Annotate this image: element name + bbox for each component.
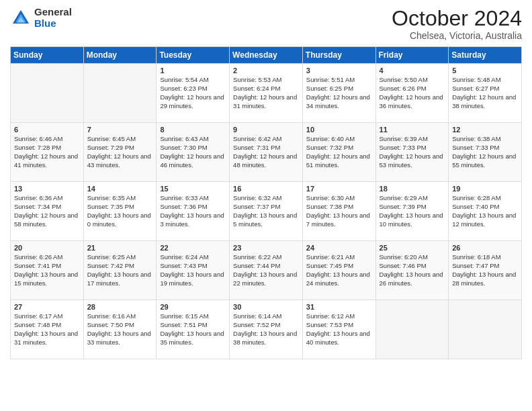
table-row: 4Sunrise: 5:50 AMSunset: 6:26 PMDaylight… (375, 64, 449, 123)
table-row: 3Sunrise: 5:51 AMSunset: 6:25 PMDaylight… (302, 64, 375, 123)
col-wednesday: Wednesday (230, 47, 303, 64)
cell-info: Sunrise: 6:25 AMSunset: 7:42 PMDaylight:… (87, 253, 153, 287)
cell-info: Sunrise: 6:35 AMSunset: 7:35 PMDaylight:… (87, 194, 153, 228)
table-row (375, 300, 449, 359)
day-number: 17 (306, 185, 372, 193)
table-row: 21Sunrise: 6:25 AMSunset: 7:42 PMDayligh… (83, 241, 157, 300)
day-number: 8 (160, 126, 226, 134)
table-row: 17Sunrise: 6:30 AMSunset: 7:38 PMDayligh… (302, 182, 375, 241)
table-row: 22Sunrise: 6:24 AMSunset: 7:43 PMDayligh… (157, 241, 230, 300)
table-row: 31Sunrise: 6:12 AMSunset: 7:53 PMDayligh… (302, 300, 375, 359)
cell-info: Sunrise: 6:24 AMSunset: 7:43 PMDaylight:… (160, 253, 226, 287)
day-number: 13 (14, 185, 80, 193)
table-row: 15Sunrise: 6:33 AMSunset: 7:36 PMDayligh… (157, 182, 230, 241)
table-row: 29Sunrise: 6:15 AMSunset: 7:51 PMDayligh… (157, 300, 230, 359)
table-row: 30Sunrise: 6:14 AMSunset: 7:52 PMDayligh… (230, 300, 303, 359)
table-row: 1Sunrise: 5:54 AMSunset: 6:23 PMDaylight… (157, 64, 230, 123)
day-number: 23 (233, 244, 299, 252)
table-row: 9Sunrise: 6:42 AMSunset: 7:31 PMDaylight… (230, 123, 303, 182)
cell-info: Sunrise: 6:30 AMSunset: 7:38 PMDaylight:… (306, 194, 372, 228)
logo-general-label: General (34, 7, 72, 18)
cell-info: Sunrise: 6:29 AMSunset: 7:39 PMDaylight:… (380, 194, 445, 228)
day-number: 21 (87, 244, 153, 252)
table-row: 16Sunrise: 6:32 AMSunset: 7:37 PMDayligh… (230, 182, 303, 241)
calendar-week-row: 1Sunrise: 5:54 AMSunset: 6:23 PMDaylight… (11, 64, 522, 123)
cell-info: Sunrise: 6:15 AMSunset: 7:51 PMDaylight:… (160, 312, 226, 347)
table-row: 10Sunrise: 6:40 AMSunset: 7:32 PMDayligh… (302, 123, 375, 182)
table-row: 8Sunrise: 6:43 AMSunset: 7:30 PMDaylight… (157, 123, 230, 182)
cell-info: Sunrise: 6:40 AMSunset: 7:32 PMDaylight:… (306, 135, 372, 169)
logo-text: General Blue (34, 7, 72, 29)
cell-info: Sunrise: 6:43 AMSunset: 7:30 PMDaylight:… (160, 135, 226, 169)
cell-info: Sunrise: 6:45 AMSunset: 7:29 PMDaylight:… (87, 135, 153, 169)
day-number: 10 (306, 126, 372, 134)
calendar-week-row: 13Sunrise: 6:36 AMSunset: 7:34 PMDayligh… (11, 182, 522, 241)
day-number: 25 (380, 244, 445, 252)
cell-info: Sunrise: 6:12 AMSunset: 7:53 PMDaylight:… (306, 312, 372, 347)
table-row (11, 64, 84, 123)
day-number: 27 (14, 303, 80, 311)
cell-info: Sunrise: 5:54 AMSunset: 6:23 PMDaylight:… (160, 76, 226, 110)
title-block: October 2024 Chelsea, Victoria, Australi… (392, 7, 522, 41)
logo-icon (10, 7, 32, 29)
logo: General Blue (10, 7, 72, 29)
table-row: 25Sunrise: 6:20 AMSunset: 7:46 PMDayligh… (375, 241, 449, 300)
col-thursday: Thursday (302, 47, 375, 64)
calendar-table: Sunday Monday Tuesday Wednesday Thursday… (10, 46, 522, 359)
table-row: 2Sunrise: 5:53 AMSunset: 6:24 PMDaylight… (230, 64, 303, 123)
calendar-header-row: Sunday Monday Tuesday Wednesday Thursday… (11, 47, 522, 64)
cell-info: Sunrise: 6:20 AMSunset: 7:46 PMDaylight:… (380, 253, 445, 287)
calendar-week-row: 6Sunrise: 6:46 AMSunset: 7:28 PMDaylight… (11, 123, 522, 182)
day-number: 16 (233, 185, 299, 193)
col-friday: Friday (375, 47, 449, 64)
calendar-week-row: 27Sunrise: 6:17 AMSunset: 7:48 PMDayligh… (11, 300, 522, 359)
day-number: 3 (306, 66, 372, 75)
cell-info: Sunrise: 6:46 AMSunset: 7:28 PMDaylight:… (14, 135, 80, 169)
day-number: 2 (233, 66, 299, 75)
table-row: 14Sunrise: 6:35 AMSunset: 7:35 PMDayligh… (83, 182, 157, 241)
table-row: 18Sunrise: 6:29 AMSunset: 7:39 PMDayligh… (375, 182, 449, 241)
month-title: October 2024 (392, 7, 522, 30)
cell-info: Sunrise: 6:16 AMSunset: 7:50 PMDaylight:… (87, 312, 153, 347)
day-number: 1 (160, 66, 226, 75)
day-number: 14 (87, 185, 153, 193)
day-number: 18 (380, 185, 445, 193)
table-row: 12Sunrise: 6:38 AMSunset: 7:33 PMDayligh… (449, 123, 522, 182)
cell-info: Sunrise: 6:32 AMSunset: 7:37 PMDaylight:… (233, 194, 299, 228)
table-row (83, 64, 157, 123)
cell-info: Sunrise: 6:18 AMSunset: 7:47 PMDaylight:… (452, 253, 518, 287)
table-row: 11Sunrise: 6:39 AMSunset: 7:33 PMDayligh… (375, 123, 449, 182)
table-row (449, 300, 522, 359)
day-number: 29 (160, 303, 226, 311)
table-row: 20Sunrise: 6:26 AMSunset: 7:41 PMDayligh… (11, 241, 84, 300)
table-row: 19Sunrise: 6:28 AMSunset: 7:40 PMDayligh… (449, 182, 522, 241)
day-number: 28 (87, 303, 153, 311)
table-row: 23Sunrise: 6:22 AMSunset: 7:44 PMDayligh… (230, 241, 303, 300)
cell-info: Sunrise: 6:26 AMSunset: 7:41 PMDaylight:… (14, 253, 80, 287)
cell-info: Sunrise: 6:22 AMSunset: 7:44 PMDaylight:… (233, 253, 299, 287)
day-number: 11 (380, 126, 445, 134)
cell-info: Sunrise: 6:28 AMSunset: 7:40 PMDaylight:… (452, 194, 518, 228)
day-number: 19 (452, 185, 518, 193)
day-number: 20 (14, 244, 80, 252)
header: General Blue October 2024 Chelsea, Victo… (10, 7, 522, 41)
day-number: 22 (160, 244, 226, 252)
table-row: 5Sunrise: 5:48 AMSunset: 6:27 PMDaylight… (449, 64, 522, 123)
cell-info: Sunrise: 5:53 AMSunset: 6:24 PMDaylight:… (233, 76, 299, 110)
cell-info: Sunrise: 5:50 AMSunset: 6:26 PMDaylight:… (380, 76, 445, 110)
day-number: 6 (14, 126, 80, 134)
col-saturday: Saturday (449, 47, 522, 64)
table-row: 27Sunrise: 6:17 AMSunset: 7:48 PMDayligh… (11, 300, 84, 359)
table-row: 7Sunrise: 6:45 AMSunset: 7:29 PMDaylight… (83, 123, 157, 182)
col-sunday: Sunday (11, 47, 84, 64)
table-row: 28Sunrise: 6:16 AMSunset: 7:50 PMDayligh… (83, 300, 157, 359)
cell-info: Sunrise: 6:39 AMSunset: 7:33 PMDaylight:… (380, 135, 445, 169)
cell-info: Sunrise: 6:14 AMSunset: 7:52 PMDaylight:… (233, 312, 299, 347)
day-number: 30 (233, 303, 299, 311)
cell-info: Sunrise: 6:38 AMSunset: 7:33 PMDaylight:… (452, 135, 518, 169)
table-row: 26Sunrise: 6:18 AMSunset: 7:47 PMDayligh… (449, 241, 522, 300)
table-row: 24Sunrise: 6:21 AMSunset: 7:45 PMDayligh… (302, 241, 375, 300)
col-monday: Monday (83, 47, 157, 64)
cell-info: Sunrise: 6:21 AMSunset: 7:45 PMDaylight:… (306, 253, 372, 287)
cell-info: Sunrise: 6:33 AMSunset: 7:36 PMDaylight:… (160, 194, 226, 228)
